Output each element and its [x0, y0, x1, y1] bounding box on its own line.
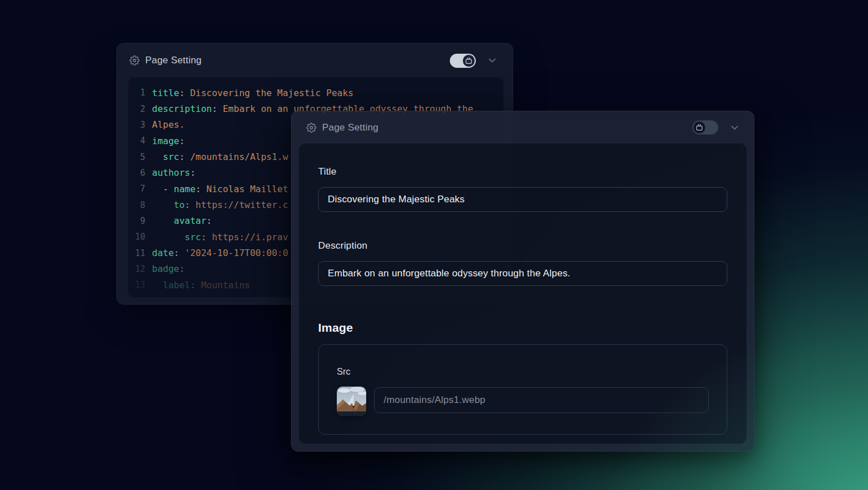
image-thumbnail[interactable] — [337, 387, 366, 416]
panel-header: Page Setting — [292, 111, 754, 144]
line-number: 4 — [128, 136, 145, 146]
description-label: Description — [318, 240, 727, 251]
line-number: 3 — [128, 120, 145, 130]
line-number: 11 — [128, 248, 145, 258]
line-number: 13 — [128, 280, 145, 290]
line-number: 6 — [128, 168, 145, 178]
line-number: 2 — [128, 104, 145, 114]
chevron-down-icon[interactable] — [487, 55, 498, 66]
toggle-knob — [463, 55, 475, 67]
form-card: Title Description Image Src — [299, 144, 747, 444]
curly-braces-input-icon — [695, 123, 704, 132]
line-number: 12 — [128, 264, 145, 274]
title-label: Title — [318, 166, 727, 177]
line-number: 7 — [128, 184, 145, 194]
line-number: 9 — [128, 216, 145, 226]
title-input[interactable] — [318, 187, 727, 212]
line-number: 5 — [128, 152, 145, 162]
panel-title: Page Setting — [145, 55, 202, 66]
form-code-toggle[interactable] — [450, 54, 476, 68]
image-group-card: Src — [318, 344, 727, 435]
description-input[interactable] — [318, 261, 727, 286]
form-code-toggle[interactable] — [692, 120, 718, 135]
toggle-knob — [693, 122, 705, 133]
page-setting-panel-form: Page Setting Title Description I — [291, 111, 754, 452]
line-number: 8 — [128, 200, 145, 210]
gear-icon — [129, 55, 140, 66]
panel-title: Page Setting — [322, 122, 379, 133]
code-line: 1title: Discovering the Majestic Peaks — [128, 85, 504, 101]
line-number: 1 — [128, 88, 145, 98]
image-section-heading: Image — [318, 320, 727, 335]
panel-header: Page Setting — [117, 44, 513, 77]
canvas: Page Setting 1title: Discovering the Maj… — [0, 0, 868, 490]
chevron-down-icon[interactable] — [729, 122, 740, 133]
curly-braces-input-icon — [465, 57, 473, 65]
line-number: 10 — [128, 232, 145, 242]
image-src-input[interactable] — [374, 387, 709, 413]
src-label: Src — [337, 366, 709, 377]
gear-icon — [306, 123, 316, 133]
